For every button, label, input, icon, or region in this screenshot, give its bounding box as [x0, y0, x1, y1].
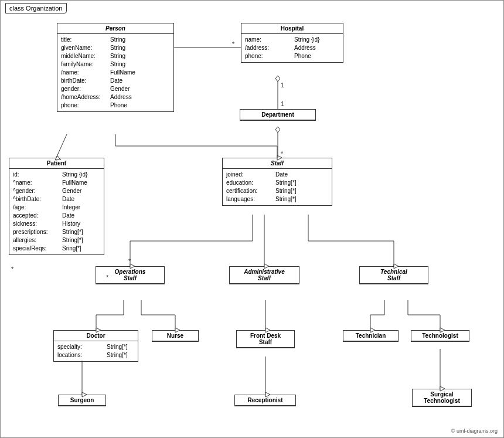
class-staff: Staff joined:Date education:String[*] ce…	[222, 158, 332, 206]
class-doctor-body: specialty:String[*] locations:String[*]	[54, 341, 138, 361]
class-surgeon-header: Surgeon	[59, 395, 105, 406]
class-front-desk: Front DeskStaff	[236, 330, 295, 348]
class-admin-staff-header: AdministrativeStaff	[230, 267, 299, 284]
class-hospital: Hospital name:String {id} /address:Addre…	[241, 23, 343, 63]
class-department-header: Department	[240, 110, 315, 120]
svg-text:1: 1	[281, 82, 284, 89]
class-patient-header: Patient	[9, 158, 104, 169]
class-nurse-header: Nurse	[152, 331, 198, 341]
class-technical-staff-header: TechnicalStaff	[360, 267, 428, 284]
class-patient: Patient id:String {id} ^name:FullName ^g…	[9, 158, 104, 255]
copyright: © uml-diagrams.org	[451, 428, 498, 434]
class-nurse: Nurse	[152, 330, 199, 342]
class-hospital-body: name:String {id} /address:Address phone:…	[241, 34, 343, 62]
class-department: Department	[240, 109, 316, 121]
class-operations-staff-header: OperationsStaff	[96, 267, 164, 284]
svg-text:*: *	[11, 266, 14, 273]
class-person-body: title:String givenName:String middleName…	[57, 34, 173, 111]
class-person-header: Person	[57, 23, 173, 34]
class-surgical-technologist: SurgicalTechnologist	[412, 389, 472, 407]
class-technician: Technician	[343, 330, 399, 342]
class-technical-staff: TechnicalStaff	[359, 266, 428, 284]
class-receptionist: Receptionist	[234, 395, 296, 406]
class-surgeon: Surgeon	[58, 395, 106, 406]
svg-text:1: 1	[281, 100, 284, 107]
class-technologist: Technologist	[411, 330, 469, 342]
class-staff-header: Staff	[223, 158, 332, 169]
class-hospital-header: Hospital	[241, 23, 343, 34]
svg-line-2	[56, 134, 67, 158]
diagram-container: class Organization Person title:String g…	[0, 0, 504, 438]
class-operations-staff: OperationsStaff	[96, 266, 165, 284]
class-front-desk-header: Front DeskStaff	[237, 331, 294, 348]
svg-text:*: *	[128, 257, 131, 264]
diagram-title: class Organization	[5, 3, 67, 13]
svg-text:*: *	[232, 40, 235, 47]
class-surgical-technologist-header: SurgicalTechnologist	[413, 389, 471, 406]
class-patient-body: id:String {id} ^name:FullName ^gender:Ge…	[9, 169, 104, 254]
class-doctor-header: Doctor	[54, 331, 138, 341]
class-technologist-header: Technologist	[411, 331, 469, 341]
class-receptionist-header: Receptionist	[235, 395, 295, 406]
class-staff-body: joined:Date education:String[*] certific…	[223, 169, 332, 205]
class-person: Person title:String givenName:String mid…	[57, 23, 174, 112]
class-admin-staff: AdministrativeStaff	[229, 266, 299, 284]
svg-text:*: *	[281, 150, 284, 157]
class-doctor: Doctor specialty:String[*] locations:Str…	[53, 330, 138, 362]
class-technician-header: Technician	[343, 331, 398, 341]
